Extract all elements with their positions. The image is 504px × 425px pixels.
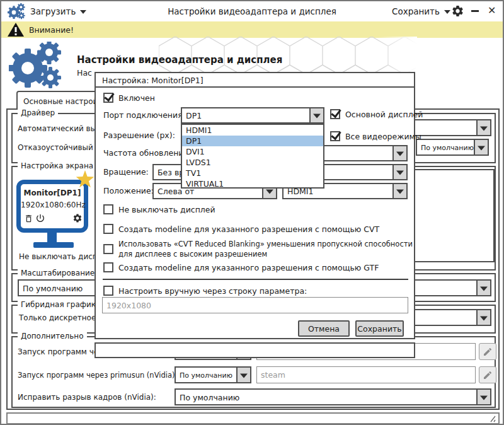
page-subtitle: Нас <box>77 68 92 78</box>
tearing-label: Исправить разрыв кадров (nVidia): <box>18 393 156 402</box>
pencil-icon <box>483 370 493 380</box>
monitor-settings-icon[interactable] <box>72 213 83 223</box>
monitor-stand-base <box>33 242 74 248</box>
manual-checkbox[interactable] <box>103 286 113 296</box>
dont-off-checkbox[interactable] <box>103 204 113 214</box>
all-modes-checkbox[interactable] <box>330 131 340 141</box>
monitor-mode: 1920x1080:60Hz <box>21 201 84 209</box>
dialog-status-bar <box>94 342 415 358</box>
dropdown-arrow-icon[interactable] <box>392 184 406 198</box>
monitor-dialog: Настройка: Monitor[DP1] Включен Порт под… <box>94 72 415 339</box>
dropdown-arrow-icon[interactable] <box>474 140 488 154</box>
port-option-hdmi1[interactable]: HDMI1 <box>182 125 323 136</box>
save-button[interactable]: Сохранить <box>392 6 450 16</box>
port-option-dvi1[interactable]: DVI1 <box>182 146 323 157</box>
warning-banner: Внимание! <box>1 21 503 38</box>
dont-off-label: Не выключать дисплей <box>118 205 215 214</box>
primusun-edit-button[interactable] <box>479 366 496 383</box>
primusun-label: Запуск программ через primusun (nVidia): <box>18 371 177 380</box>
app-window: Загрузить Настройки видеоадаптера и дисп… <box>0 0 504 425</box>
primary-checkbox[interactable] <box>330 109 340 119</box>
optirun-edit-button[interactable] <box>479 343 496 360</box>
refresh-label: Частота обновления (Гц): <box>103 148 181 158</box>
app-logo <box>9 42 62 88</box>
driver-failsafe-combobox[interactable]: По умолчанию <box>416 139 489 156</box>
port-dropdown-list: HDMI1DP1DVI1LVDS1TV1VIRTUAL1 <box>181 124 324 189</box>
save-caret-icon <box>444 10 450 14</box>
all-modes-label: Все видеорежимы <box>345 132 421 141</box>
dialog-separator <box>103 279 408 280</box>
port-option-tv1[interactable]: TV1 <box>182 168 323 178</box>
cvt-checkbox[interactable] <box>103 224 113 234</box>
app-logo-icon <box>8 3 25 20</box>
dialog-titlebar[interactable]: Настройка: Monitor[DP1] <box>96 73 414 88</box>
driver-legend: Драйвер <box>18 108 58 117</box>
hybrid-legend: Гибридная графика <box>18 300 103 309</box>
cancel-button[interactable]: Отмена <box>298 320 350 337</box>
port-option-lvds1[interactable]: LVDS1 <box>182 157 323 168</box>
manual-mode-input[interactable] <box>102 297 408 313</box>
power-monitor-icon[interactable] <box>35 213 45 223</box>
manual-label: Настроить вручную через строку параметра… <box>118 286 307 296</box>
delete-monitor-icon[interactable] <box>24 214 33 223</box>
monitor-stand-neck <box>47 233 57 243</box>
screen-legend: Настройка экрана <box>18 161 96 170</box>
cvt-label: Создать modeline для указанного разрешен… <box>118 224 379 234</box>
window-title: Настройки видеоадаптера и дисплея <box>168 6 336 16</box>
dialog-title: Настройка: Monitor[DP1] <box>102 76 203 85</box>
port-option-dp1[interactable]: DP1 <box>182 136 323 146</box>
tab-main-settings[interactable]: Основные настройки <box>16 91 106 110</box>
monitor-name: Monitor[DP1] <box>21 189 84 197</box>
position-label: Положение: <box>103 186 154 195</box>
gtf-label: Создать modeline для указанного разрешен… <box>118 263 379 272</box>
load-button[interactable]: Загрузить <box>30 6 86 16</box>
primusun-command-input[interactable] <box>256 366 476 383</box>
load-caret-icon <box>80 10 86 14</box>
cvt-rb-label: Использовать «CVT Reduced Blanking» умен… <box>118 239 417 259</box>
settings-gear-icon[interactable] <box>451 4 464 18</box>
port-option-virtual1[interactable]: VIRTUAL1 <box>182 178 323 189</box>
titlebar: Загрузить Настройки видеоадаптера и дисп… <box>1 1 503 21</box>
status-bar <box>6 412 500 424</box>
enabled-checkbox[interactable] <box>103 93 113 103</box>
dropdown-arrow-icon[interactable] <box>476 310 490 325</box>
dropdown-arrow-icon[interactable] <box>392 165 406 179</box>
port-combobox[interactable]: DP1 <box>181 107 324 124</box>
resize-grip[interactable] <box>488 416 496 422</box>
warning-text: Внимание! <box>29 25 74 35</box>
rotation-label: Вращение: <box>103 167 149 177</box>
minimize-button[interactable] <box>471 10 479 12</box>
close-button[interactable]: ✕ <box>488 4 496 16</box>
primusun-combobox[interactable]: По умолчанию <box>175 366 251 383</box>
dropdown-arrow-icon[interactable] <box>476 281 490 295</box>
tearing-combobox[interactable]: По умолчанию <box>175 388 491 405</box>
extra-legend: Дополнительно <box>18 332 87 341</box>
port-label: Порт подключения: <box>103 110 185 120</box>
page-title: Настройки видеоадаптера и дисплея <box>77 54 282 66</box>
warning-icon <box>8 23 24 37</box>
cvt-rb-checkbox[interactable] <box>103 244 113 254</box>
enabled-label: Включен <box>118 93 155 103</box>
dropdown-arrow-icon[interactable] <box>236 368 250 382</box>
primary-star-icon <box>75 170 95 190</box>
dropdown-arrow-icon[interactable] <box>476 120 490 135</box>
dropdown-arrow-icon[interactable] <box>476 390 490 404</box>
gtf-checkbox[interactable] <box>103 262 113 272</box>
primary-label: Основной дисплей <box>345 110 423 119</box>
dropdown-arrow-icon[interactable] <box>392 146 406 160</box>
dropdown-arrow-icon[interactable] <box>309 108 323 122</box>
dialog-save-button[interactable]: Сохранить <box>355 320 404 337</box>
pencil-icon <box>483 347 493 357</box>
resolution-label: Разрешение (px): <box>103 131 175 140</box>
